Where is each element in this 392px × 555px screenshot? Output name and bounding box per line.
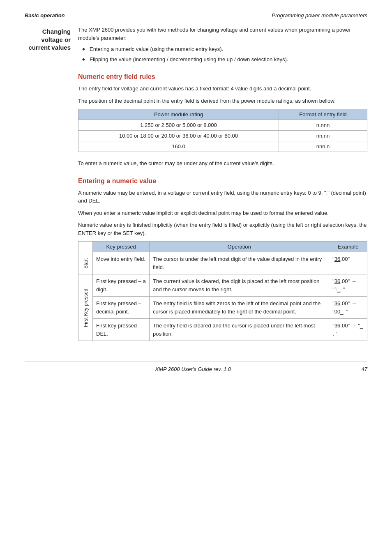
data-table-col-key: Key pressed: [93, 242, 150, 252]
data-table: Key pressed Operation Example Start Move…: [78, 241, 367, 341]
rating-row-1-col-1: nn.nn: [279, 131, 367, 141]
row-firstkey-digit-ex: "36.00" → "1_. ": [329, 274, 367, 297]
bullet-item-2: Flipping the value (incrementing / decre…: [82, 55, 367, 64]
section1-para2: The position of the decimal point in the…: [78, 97, 367, 105]
row-firstkey-digit-op: The current value is cleared, the digit …: [150, 274, 329, 297]
row-header-firstkey: First Key pressed: [78, 274, 93, 341]
row-firstkey-dec-op: The entry field is filled with zeros to …: [150, 297, 329, 319]
section2-title: Entering a numeric value: [78, 177, 367, 185]
rating-row-0-col-1: n.nnn: [279, 120, 367, 131]
bullet-list: Entering a numeric value (using the nume…: [78, 45, 367, 63]
rating-row-0-col-0: 1.250 or 2.500 or 5.000 or 8.000: [78, 120, 279, 131]
main-content: Changing voltage or current values The X…: [25, 26, 367, 345]
section1-para3: To enter a numeric value, the cursor may…: [78, 159, 367, 168]
bullet-item-1: Entering a numeric value (using the nume…: [82, 45, 367, 53]
footer-text: XMP 2600 User's Guide rev. 1.0: [155, 366, 231, 372]
section1-title: Numeric entry field rules: [78, 73, 367, 81]
left-sidebar: Changing voltage or current values: [25, 26, 78, 345]
row-firstkey-del-key: First key pressed – DEL.: [93, 319, 150, 341]
data-table-col-ex: Example: [329, 242, 367, 252]
page-footer: XMP 2600 User's Guide rev. 1.0 47: [25, 362, 367, 372]
intro-text: The XMP 2600 provides you with two metho…: [78, 26, 367, 42]
rating-table-header-0: Power module rating: [78, 109, 279, 120]
section2-para2: When you enter a numeric value implicit …: [78, 209, 367, 217]
row-header-start: Start: [78, 252, 93, 274]
row-firstkey-del-ex: "36.00" → "_ . ": [329, 319, 367, 341]
page-header: Basic operation Programming power module…: [25, 12, 367, 18]
body-content: The XMP 2600 provides you with two metho…: [78, 26, 367, 345]
rating-row-2-col-0: 160.0: [78, 141, 279, 152]
section2-para3: Numeric value entry is finished implicit…: [78, 221, 367, 237]
section1-para1: The entry field for voltage and current …: [78, 85, 367, 93]
row-firstkey-dec-key: First key pressed – decimal point.: [93, 297, 150, 319]
row-start-op: The cursor is under the left most digit …: [150, 252, 329, 274]
header-left: Basic operation: [25, 12, 65, 18]
row-start-example: "36.00": [329, 252, 367, 274]
data-table-col-op: Operation: [150, 242, 329, 252]
footer-page: 47: [362, 366, 367, 372]
row-start-key: Move into entry field.: [93, 252, 150, 274]
rating-table: Power module rating Format of entry fiel…: [78, 109, 367, 152]
row-firstkey-del-op: The entry field is cleared and the curso…: [150, 319, 329, 341]
rating-row-2-col-1: nnn.n: [279, 141, 367, 152]
header-right: Programming power module parameters: [272, 12, 367, 18]
rating-row-1-col-0: 10.00 or 18.00 or 20.00 or 36.00 or 40.0…: [78, 131, 279, 141]
footer-inner: XMP 2600 User's Guide rev. 1.0 47: [25, 366, 367, 372]
row-firstkey-dec-ex: "36.00" → "00_. ": [329, 297, 367, 319]
rating-table-header-1: Format of entry field: [279, 109, 367, 120]
section-sidebar-title: Changing voltage or current values: [28, 28, 71, 51]
section2-para1: A numeric value may be entered, in a vol…: [78, 189, 367, 205]
row-firstkey-digit-key: First key pressed – a digit.: [93, 274, 150, 297]
